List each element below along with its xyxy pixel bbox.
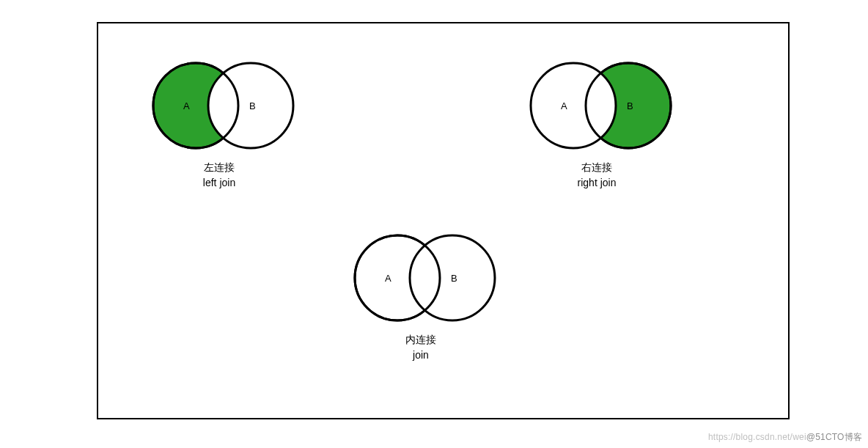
- left-join-title-zh: 左连接: [142, 160, 296, 175]
- circle-a: [531, 63, 616, 148]
- right-join-title-zh: 右连接: [520, 160, 674, 175]
- left-join-label-b: B: [249, 100, 256, 111]
- inner-join-label-b: B: [451, 273, 457, 284]
- left-join-labels: 左连接 left join: [142, 160, 296, 191]
- watermark-part2: @51CTO博客: [806, 432, 862, 442]
- inner-join-venn: A B: [344, 229, 498, 328]
- inner-join-diagram: A B 内连接 join: [344, 229, 498, 363]
- left-join-title-en: left join: [142, 175, 296, 191]
- inner-join-label-a: A: [385, 273, 391, 284]
- left-join-venn: A B: [142, 56, 296, 155]
- right-join-title-en: right join: [520, 175, 674, 191]
- watermark: https://blog.csdn.net/wei@51CTO博客: [708, 431, 862, 444]
- right-join-label-a: A: [561, 100, 567, 111]
- right-join-labels: 右连接 right join: [520, 160, 674, 191]
- inner-join-title-zh: 内连接: [344, 332, 498, 348]
- right-join-diagram: A B 右连接 right join: [520, 56, 674, 191]
- diagram-frame: A B 左连接 left join A B 右连接 right join A B: [97, 22, 790, 419]
- watermark-part1: https://blog.csdn.net/wei: [708, 432, 806, 442]
- left-join-diagram: A B 左连接 left join: [142, 56, 296, 191]
- right-join-label-b: B: [627, 100, 633, 111]
- right-join-venn: A B: [520, 56, 674, 155]
- inner-join-labels: 内连接 join: [344, 332, 498, 363]
- inner-join-title-en: join: [344, 348, 498, 363]
- left-join-label-a: A: [183, 100, 190, 111]
